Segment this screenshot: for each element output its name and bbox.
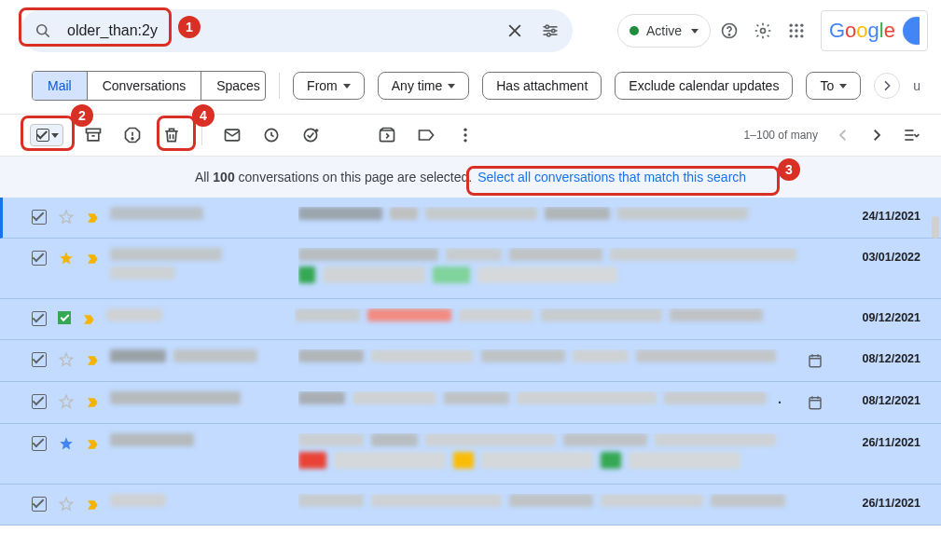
chevron-down-icon — [51, 133, 59, 138]
subject-cell — [298, 349, 796, 368]
svg-rect-33 — [381, 130, 394, 142]
archive-button[interactable] — [84, 126, 103, 144]
svg-point-14 — [795, 24, 797, 27]
chip-exclude-calendar[interactable]: Exclude calendar updates — [615, 72, 793, 100]
density-toggle-button[interactable] — [902, 126, 920, 144]
tab-mail[interactable]: Mail — [33, 72, 88, 100]
importance-marker-icon[interactable] — [82, 312, 95, 330]
sender-cell — [110, 349, 287, 368]
row-checkbox[interactable] — [32, 251, 47, 266]
settings-gear-icon[interactable] — [754, 21, 772, 40]
action-toolbar: 1–100 of many — [0, 115, 941, 157]
importance-marker-icon[interactable] — [86, 395, 99, 413]
select-all-checkbox[interactable] — [30, 124, 63, 146]
add-to-tasks-button[interactable] — [301, 126, 320, 144]
prev-page-button[interactable] — [835, 127, 851, 143]
message-row[interactable]: 26/11/2021 — [0, 424, 941, 485]
chip-has-attachment[interactable]: Has attachment — [482, 72, 602, 100]
status-pill[interactable]: Active — [617, 14, 711, 48]
more-actions-button[interactable] — [456, 126, 475, 144]
calendar-icon — [807, 394, 823, 414]
chip-to[interactable]: To — [806, 72, 861, 100]
svg-rect-48 — [810, 398, 821, 409]
next-page-button[interactable] — [868, 127, 885, 143]
chevron-down-icon — [343, 84, 351, 89]
svg-marker-52 — [60, 437, 73, 449]
clear-search-icon[interactable] — [505, 21, 524, 40]
chip-from[interactable]: From — [293, 72, 365, 100]
star-icon[interactable] — [58, 351, 75, 371]
report-spam-button[interactable] — [123, 126, 142, 144]
date-cell: 08/12/2021 — [838, 394, 920, 407]
message-row[interactable]: 08/12/2021 — [0, 340, 941, 382]
green-check-icon[interactable] — [58, 311, 71, 324]
search-icon — [34, 21, 52, 40]
sender-cell — [106, 308, 284, 327]
sender-cell — [110, 433, 287, 452]
svg-point-36 — [464, 139, 466, 142]
svg-point-12 — [760, 29, 765, 34]
message-row[interactable]: 26/11/2021 — [0, 485, 941, 526]
svg-point-8 — [552, 29, 555, 32]
svg-line-1 — [46, 34, 49, 37]
svg-point-18 — [800, 29, 803, 32]
date-cell: 08/12/2021 — [838, 352, 920, 365]
importance-marker-icon[interactable] — [86, 211, 99, 228]
mark-unread-button[interactable] — [223, 126, 242, 144]
row-checkbox[interactable] — [32, 394, 47, 409]
search-bar[interactable] — [21, 9, 573, 52]
importance-marker-icon[interactable] — [86, 498, 99, 515]
move-to-button[interactable] — [378, 126, 396, 144]
delete-button[interactable] — [162, 126, 181, 144]
row-checkbox[interactable] — [32, 497, 47, 512]
svg-point-16 — [789, 29, 792, 32]
star-icon[interactable] — [58, 496, 75, 515]
star-icon[interactable] — [58, 209, 75, 228]
svg-point-13 — [789, 24, 792, 27]
labels-button[interactable] — [417, 126, 436, 144]
tab-spaces[interactable]: Spaces — [201, 72, 266, 100]
search-input[interactable] — [65, 21, 420, 40]
snooze-button[interactable] — [262, 126, 281, 144]
subject-cell — [298, 248, 827, 289]
chip-any-time[interactable]: Any time — [378, 72, 469, 100]
svg-point-11 — [728, 34, 729, 35]
star-icon[interactable] — [58, 435, 75, 455]
sender-cell — [110, 391, 287, 410]
help-icon[interactable] — [720, 21, 739, 40]
logo-text: Google — [829, 19, 895, 43]
top-bar: Active Google — [0, 0, 941, 61]
google-logo[interactable]: Google — [821, 10, 928, 51]
importance-marker-icon[interactable] — [86, 252, 99, 269]
message-row[interactable]: 03/01/2022 — [0, 239, 941, 299]
separator — [279, 73, 280, 99]
apps-grid-icon[interactable] — [787, 21, 806, 40]
svg-rect-22 — [87, 129, 101, 132]
importance-marker-icon[interactable] — [86, 437, 99, 455]
message-row[interactable]: 09/12/2021 — [0, 299, 941, 340]
filter-chip-bar: Mail Conversations Spaces From Any time … — [0, 61, 941, 115]
message-row[interactable]: . 08/12/2021 — [0, 382, 941, 424]
row-checkbox[interactable] — [32, 352, 47, 367]
date-cell: 03/01/2022 — [838, 251, 920, 264]
message-row[interactable]: 24/11/2021 — [0, 198, 941, 239]
svg-point-21 — [800, 34, 803, 37]
search-options-icon[interactable] — [541, 21, 560, 40]
scope-segmented-control[interactable]: Mail Conversations Spaces — [32, 71, 266, 101]
subject-cell: . — [298, 391, 796, 412]
select-all-matching-link[interactable]: Select all conversations that match this… — [477, 170, 746, 184]
star-icon[interactable] — [58, 393, 75, 413]
svg-rect-43 — [810, 356, 821, 367]
subject-cell — [298, 433, 827, 474]
svg-point-19 — [789, 34, 792, 37]
more-chips-button[interactable] — [874, 73, 900, 99]
scrollbar-thumb[interactable] — [932, 216, 939, 239]
tab-conversations[interactable]: Conversations — [88, 72, 202, 100]
svg-point-15 — [800, 24, 803, 27]
row-checkbox[interactable] — [32, 436, 47, 451]
banner-text: All 100 conversations on this page are s… — [195, 170, 472, 184]
row-checkbox[interactable] — [32, 311, 47, 326]
importance-marker-icon[interactable] — [86, 353, 99, 371]
star-icon[interactable] — [58, 250, 75, 269]
row-checkbox[interactable] — [32, 210, 47, 225]
